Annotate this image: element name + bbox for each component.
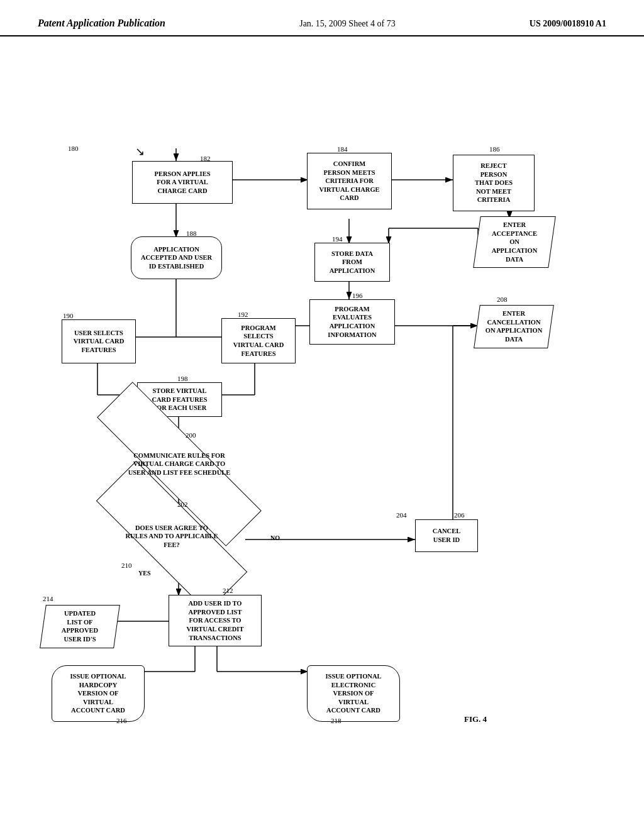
ref-182: 182 <box>200 155 211 162</box>
header-patent-number: US 2009/0018910 A1 <box>530 19 606 29</box>
issue-electronic-node: ISSUE OPTIONALELECTRONICVERSION OFVIRTUA… <box>307 665 400 722</box>
ref-202: 202 <box>177 501 188 508</box>
diagram-area: 180 ↘ PERSON APPLIESFOR A VIRTUALCHARGE … <box>0 43 644 810</box>
ref-212: 212 <box>223 587 233 594</box>
ref-214: 214 <box>43 595 53 602</box>
ref-180: 180 <box>68 145 79 152</box>
app-accepted-node: APPLICATIONACCEPTED AND USERID ESTABLISH… <box>131 236 222 279</box>
reject-person-node: REJECTPERSONTHAT DOESNOT MEETCRITERIA <box>453 155 535 211</box>
confirm-person-node: CONFIRMPERSON MEETSCRITERIA FORVIRTUAL C… <box>307 153 392 209</box>
ref-194: 194 <box>332 235 343 243</box>
ref-218: 218 <box>331 717 341 724</box>
ref-190: 190 <box>63 312 74 319</box>
updated-list-node: UPDATEDLIST OFAPPROVEDUSER ID'S <box>43 604 117 649</box>
enter-cancellation-node: ENTERCANCELLATIONON APPLICATIONDATA <box>477 304 551 349</box>
ref-188: 188 <box>186 230 197 237</box>
ref-208: 208 <box>497 296 508 303</box>
enter-acceptance-node: ENTERACCEPTANCEONAPPLICATIONDATA <box>477 213 552 272</box>
start-arrow: ↘ <box>135 145 145 158</box>
ref-210: 210 <box>121 562 132 569</box>
ref-200: 200 <box>186 431 196 439</box>
no-label: NO <box>270 534 280 541</box>
fig-label: FIG. 4 <box>464 714 487 724</box>
ref-216: 216 <box>116 717 127 724</box>
ref-204: 204 <box>396 511 407 519</box>
ref-186: 186 <box>489 145 500 153</box>
header-date-sheet: Jan. 15, 2009 Sheet 4 of 73 <box>299 19 395 29</box>
ref-192: 192 <box>238 311 248 318</box>
page-header: Patent Application Publication Jan. 15, … <box>0 0 644 36</box>
program-selects-node: PROGRAMSELECTSVIRTUAL CARDFEATURES <box>221 318 296 363</box>
ref-196: 196 <box>352 292 363 299</box>
issue-hardcopy-node: ISSUE OPTIONALHARDCOPYVERSION OFVIRTUALA… <box>52 665 145 722</box>
user-selects-node: USER SELECTSVIRTUAL CARDFEATURES <box>62 319 136 363</box>
person-applies-node: PERSON APPLIESFOR A VIRTUALCHARGE CARD <box>132 161 233 204</box>
ref-198: 198 <box>177 375 188 382</box>
header-publication: Patent Application Publication <box>38 18 165 29</box>
ref-206: 206 <box>454 511 465 519</box>
store-data-node: STORE DATAFROMAPPLICATION <box>314 243 390 282</box>
does-user-agree-node: DOES USER AGREE TORULES AND TO APPLICABL… <box>93 508 250 565</box>
ref-184: 184 <box>337 145 348 153</box>
program-evaluates-node: PROGRAMEVALUATESAPPLICATIONINFORMATION <box>309 299 395 345</box>
cancel-user-id-node: CANCELUSER ID <box>415 519 478 552</box>
yes-label: YES <box>138 570 150 577</box>
add-user-id-node: ADD USER ID TOAPPROVED LISTFOR ACCESS TO… <box>169 595 262 646</box>
